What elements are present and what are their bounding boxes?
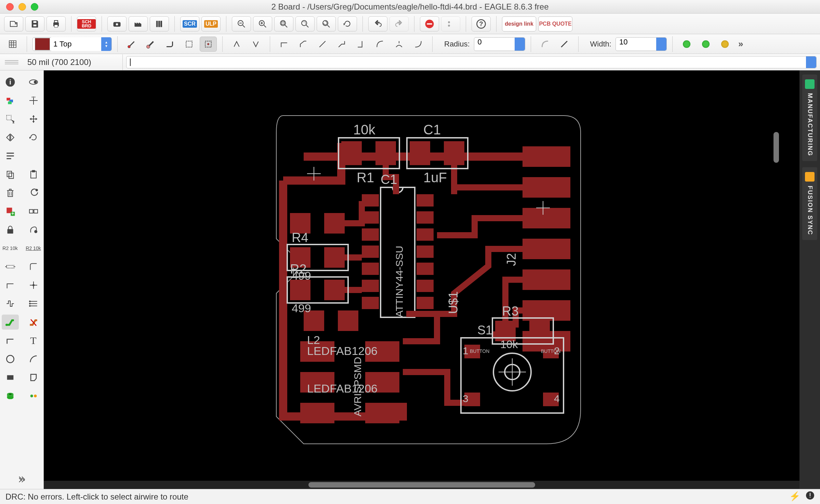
bend-any-button[interactable]	[314, 37, 331, 52]
zoom-fit-button[interactable]	[274, 16, 293, 31]
change-tool[interactable]	[25, 185, 42, 200]
library-button[interactable]	[150, 16, 169, 31]
switch-sch-brd-button[interactable]: SCH BRD	[77, 16, 96, 31]
cam-button[interactable]	[107, 16, 127, 31]
wire-bend-0-button[interactable]	[123, 37, 140, 52]
layer-picker[interactable]: 1 Top ▲▼	[32, 37, 112, 51]
miter-round-button[interactable]	[537, 37, 554, 52]
design-link-button[interactable]: design link	[502, 16, 536, 31]
route-tool[interactable]	[2, 315, 19, 330]
lock-tool[interactable]	[2, 222, 19, 237]
width-input[interactable]: 10	[616, 37, 667, 51]
route-style-a-button[interactable]	[228, 37, 245, 52]
miter-tool[interactable]	[25, 259, 42, 274]
dropdown-arrows-icon[interactable]	[515, 38, 525, 51]
signal-tool[interactable]	[2, 296, 19, 311]
ulp-button[interactable]: ULP	[201, 16, 221, 31]
wire-bend-1-button[interactable]	[142, 37, 159, 52]
text-tool[interactable]: T	[25, 333, 42, 348]
help-button[interactable]: ?	[472, 16, 491, 31]
paste-tool[interactable]	[25, 167, 42, 182]
bend-arc-c-button[interactable]	[410, 37, 427, 52]
copy-move-tool[interactable]	[25, 111, 42, 127]
smash-tool[interactable]	[25, 222, 42, 237]
pcb-quote-button[interactable]: PCB QUOTE	[538, 16, 572, 31]
stop-button[interactable]	[420, 16, 439, 31]
display-tool[interactable]	[2, 93, 19, 108]
alert-icon[interactable]	[806, 491, 815, 502]
hole-tool[interactable]	[25, 388, 42, 403]
via-tool[interactable]	[2, 388, 19, 403]
wire-bend-4-button[interactable]	[200, 37, 217, 52]
radius-input[interactable]: 0	[474, 37, 525, 51]
rotate-tool[interactable]	[25, 130, 42, 145]
horizontal-scrollbar[interactable]	[44, 481, 799, 489]
bolt-icon[interactable]: ⚡	[789, 491, 800, 502]
zoom-in-button[interactable]	[253, 16, 272, 31]
palette-collapse-button[interactable]	[17, 475, 27, 485]
drc-led-green	[678, 40, 695, 48]
scroll-thumb[interactable]	[308, 482, 535, 488]
rect-tool[interactable]	[2, 370, 19, 385]
undo-button[interactable]	[368, 16, 387, 31]
mark-tool[interactable]	[25, 93, 42, 108]
fusion-sync-tab[interactable]: FUSION SYNC	[802, 167, 817, 240]
manufacturing-tab[interactable]: MANUFACTURING	[802, 75, 817, 161]
wire-tool[interactable]	[2, 333, 19, 348]
group-tool[interactable]	[2, 148, 19, 163]
name-value-tool-b[interactable]: R2 10k	[25, 241, 42, 256]
miter-straight-button[interactable]	[556, 37, 573, 52]
toolbar-grip[interactable]	[0, 60, 23, 64]
svg-rect-119	[362, 297, 379, 309]
bend-90a-button[interactable]	[276, 37, 293, 52]
bend-arc-a-button[interactable]	[371, 37, 388, 52]
zoom-select-button[interactable]	[295, 16, 315, 31]
polygon-tool[interactable]	[25, 370, 42, 385]
toolbar-overflow-button[interactable]: »	[736, 39, 746, 49]
replace-tool[interactable]	[25, 204, 42, 219]
board-canvas[interactable]: 10k C1 R1 C1 1uF R4 499 R2 499 R3 10k LE…	[44, 70, 799, 489]
scroll-thumb[interactable]	[773, 132, 779, 163]
zoom-out-button[interactable]	[232, 16, 251, 31]
info-tool[interactable]: i	[2, 75, 19, 90]
name-value-tool-a[interactable]: R2 10k	[2, 241, 19, 256]
redraw-button[interactable]	[317, 16, 336, 31]
grid-button[interactable]	[4, 37, 21, 52]
pinswap-tool[interactable]	[2, 259, 19, 274]
bend-45b-button[interactable]	[333, 37, 350, 52]
show-tool[interactable]	[25, 75, 42, 90]
redo-button[interactable]	[389, 16, 409, 31]
scr-button[interactable]: SCR	[180, 16, 199, 31]
dropdown-arrows-icon[interactable]	[806, 56, 816, 68]
arc-tool[interactable]	[25, 352, 42, 367]
svg-text:R2: R2	[290, 262, 307, 276]
dropdown-arrows-icon[interactable]: ▲▼	[101, 37, 111, 51]
bend-90b-button[interactable]	[352, 37, 369, 52]
add-tool[interactable]: +	[2, 204, 19, 219]
attribute-tool[interactable]	[25, 296, 42, 311]
save-button[interactable]	[25, 16, 44, 31]
manufacture-button[interactable]	[129, 16, 148, 31]
go-button[interactable]	[441, 16, 460, 31]
route-style-b-button[interactable]	[247, 37, 264, 52]
wire-bend-2-button[interactable]	[161, 37, 178, 52]
placeholder-tool-a[interactable]	[25, 148, 42, 163]
print-button[interactable]	[47, 16, 66, 31]
circle-tool[interactable]	[2, 352, 19, 367]
split-tool[interactable]	[2, 278, 19, 293]
vertical-scrollbar[interactable]	[771, 70, 779, 489]
command-input[interactable]	[126, 56, 817, 68]
delete-tool[interactable]	[2, 185, 19, 200]
dropdown-arrows-icon[interactable]	[656, 38, 666, 51]
move-tool[interactable]	[2, 111, 19, 127]
mirror-tool[interactable]	[2, 130, 19, 145]
copy-tool[interactable]	[2, 167, 19, 182]
optimize-tool[interactable]	[25, 278, 42, 293]
ripup-tool[interactable]	[25, 315, 42, 330]
bend-arc-b-button[interactable]	[391, 37, 408, 52]
bend-45a-button[interactable]	[295, 37, 312, 52]
refresh-button[interactable]	[338, 16, 357, 31]
svg-point-65	[34, 230, 37, 233]
open-button[interactable]	[4, 16, 23, 31]
wire-bend-3-button[interactable]	[181, 37, 198, 52]
